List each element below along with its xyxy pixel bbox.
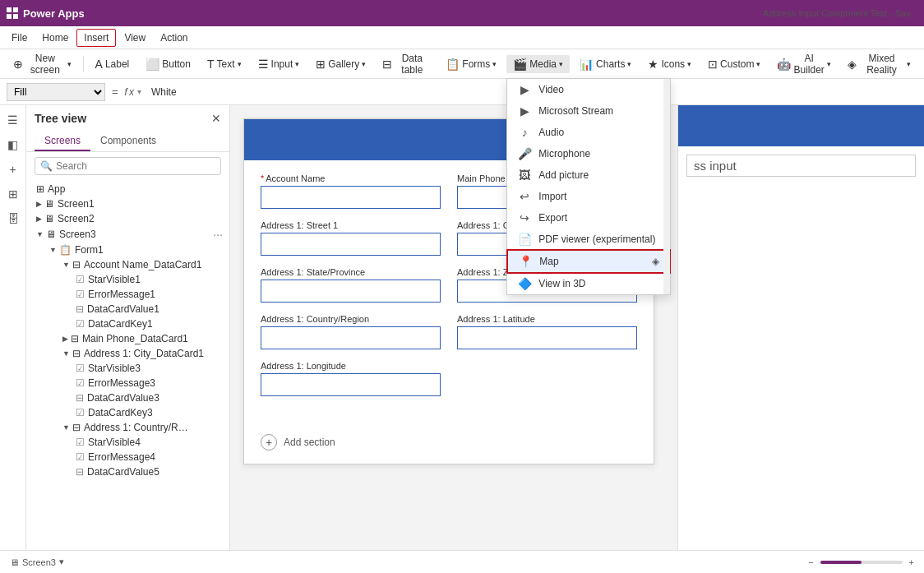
- tree-item-form1[interactable]: ▼ 📋 Form1: [26, 243, 229, 257]
- text-button[interactable]: T Text ▾: [201, 55, 248, 73]
- tree-item-address1city-datacard1[interactable]: ▼ ⊟ Address 1: City_DataCard1: [26, 346, 229, 361]
- zoom-minus-button[interactable]: −: [808, 557, 813, 567]
- form-field-street1: Address 1: Street 1: [261, 220, 441, 256]
- dropdown-video[interactable]: ▶ Video: [507, 79, 670, 100]
- logo-grid-icon: [7, 7, 18, 19]
- dropdown-view-3d[interactable]: 🔷 View in 3D: [507, 273, 670, 294]
- tree-item-address1country-datacard[interactable]: ▼ ⊟ Address 1: Country/Region_DataC...: [26, 420, 229, 435]
- tree-item-datacardvalue3[interactable]: ⊟ DataCardValue3: [26, 390, 229, 405]
- dropdown-export[interactable]: ↪ Export: [507, 207, 670, 229]
- street1-input[interactable]: [261, 233, 441, 256]
- dropdown-scrollbar[interactable]: [663, 79, 670, 294]
- add-section-button[interactable]: + Add section: [244, 421, 654, 464]
- form-field-latitude: Address 1: Latitude: [457, 314, 637, 349]
- form-field-placeholder: [457, 361, 637, 396]
- tree-item-datacardvalue1[interactable]: ⊟ DataCardValue1: [26, 302, 229, 317]
- forms-button[interactable]: 📋 Forms ▾: [439, 55, 503, 73]
- dropdown-pdf-viewer[interactable]: 📄 PDF viewer (experimental): [507, 229, 670, 250]
- panel-close-button[interactable]: ✕: [211, 112, 221, 125]
- tab-screens[interactable]: Screens: [35, 132, 90, 151]
- dropdown-ms-stream[interactable]: ▶ Microsoft Stream: [507, 100, 670, 122]
- accountname-datacard-label: Account Name_DataCard1: [84, 259, 201, 270]
- icons-icon: ★: [648, 58, 658, 71]
- menu-view[interactable]: View: [118, 30, 152, 46]
- forms-icon: 📋: [446, 58, 460, 71]
- media-button[interactable]: 🎬 Media ▾: [506, 55, 570, 73]
- datacardvalue3-label: DataCardValue3: [87, 392, 159, 404]
- tree-item-errormessage3[interactable]: ☑ ErrorMessage3: [26, 376, 229, 390]
- media-dropdown-container: 🎬 Media ▾ ▶ Video ▶ Microsoft Stream ♪ A…: [506, 55, 570, 73]
- errormessage1-label: ErrorMessage1: [88, 289, 155, 300]
- screen2-label: Screen2: [58, 213, 95, 224]
- tree-item-datacardkey3[interactable]: ☑ DataCardKey3: [26, 405, 229, 420]
- dropdown-audio[interactable]: ♪ Audio: [507, 122, 670, 143]
- datacardkey3-label: DataCardKey3: [88, 407, 153, 418]
- sidebar-menu-icon[interactable]: ☰: [2, 109, 25, 132]
- app-logo: Power Apps: [7, 7, 85, 20]
- state-input[interactable]: [261, 280, 441, 303]
- address1city-datacard-icon: ⊟: [72, 348, 81, 359]
- tree-item-app[interactable]: ⊞ App: [26, 182, 229, 196]
- sidebar-layers-icon[interactable]: ◧: [2, 133, 25, 156]
- longitude-input[interactable]: [261, 373, 441, 396]
- screen1-label: Screen1: [58, 198, 95, 210]
- zoom-plus-button[interactable]: +: [909, 557, 914, 567]
- latitude-input[interactable]: [457, 326, 637, 349]
- tree-item-datacardvalue5[interactable]: ⊟ DataCardValue5: [26, 464, 229, 479]
- label-icon: A: [95, 58, 103, 71]
- menu-action[interactable]: Action: [154, 30, 194, 46]
- gallery-chevron: ▾: [362, 60, 366, 68]
- tree-item-screen2[interactable]: ▶ 🖥 Screen2: [26, 211, 229, 226]
- zoom-bar[interactable]: [820, 561, 903, 564]
- charts-button[interactable]: 📊 Charts ▾: [573, 55, 638, 73]
- tree-item-mainphone-datacard1[interactable]: ▶ ⊟ Main Phone_DataCard1: [26, 331, 229, 346]
- sidebar-data-icon[interactable]: 🗄: [2, 207, 25, 230]
- bottom-bar: 🖥 Screen3 ▾ − +: [0, 550, 924, 573]
- country-input[interactable]: [261, 326, 441, 349]
- custom-button[interactable]: ⊡ Custom ▾: [701, 55, 767, 73]
- sidebar-components-icon[interactable]: ⊞: [2, 183, 25, 206]
- tree-item-errormessage4[interactable]: ☑ ErrorMessage4: [26, 450, 229, 464]
- menu-file[interactable]: File: [5, 30, 34, 46]
- button-button[interactable]: ⬜ Button: [139, 55, 197, 73]
- screen-dropdown-icon[interactable]: ▾: [59, 557, 64, 567]
- form-row-3: Address 1: Country/Region Address 1: Lat…: [261, 314, 637, 349]
- mixed-reality-button[interactable]: ◈ Mixed Reality ▾: [841, 50, 917, 78]
- dropdown-microphone[interactable]: 🎤 Microphone: [507, 143, 670, 164]
- icons-button[interactable]: ★ Icons ▾: [641, 55, 698, 73]
- ai-builder-button[interactable]: 🤖 AI Builder ▾: [770, 50, 838, 78]
- search-input[interactable]: [56, 160, 215, 172]
- property-select[interactable]: Fill: [7, 83, 105, 101]
- add-section-icon: +: [261, 434, 277, 451]
- custom-chevron: ▾: [756, 60, 760, 68]
- tree-item-accountname-datacard1[interactable]: ▼ ⊟ Account Name_DataCard1: [26, 257, 229, 272]
- input-button[interactable]: ☰ Input ▾: [252, 55, 307, 73]
- menu-insert[interactable]: Insert: [76, 29, 116, 47]
- form1-chevron: ▼: [49, 246, 57, 254]
- tree-item-screen1[interactable]: ▶ 🖥 Screen1: [26, 196, 229, 211]
- tree-item-starvisible4[interactable]: ☑ StarVisible4: [26, 435, 229, 450]
- dropdown-add-picture[interactable]: 🖼 Add picture: [507, 164, 670, 186]
- screen3-context-menu[interactable]: ···: [213, 228, 223, 241]
- input-chevron: ▾: [295, 60, 299, 68]
- mainphone-datacard-label: Main Phone_DataCard1: [82, 333, 188, 344]
- dropdown-map[interactable]: 📍 Map ◈: [507, 250, 670, 273]
- new-screen-button[interactable]: ⊕ New screen ▾: [7, 50, 78, 78]
- tree-item-starvisible1[interactable]: ☑ StarVisible1: [26, 272, 229, 287]
- tree-item-errormessage1[interactable]: ☑ ErrorMessage1: [26, 287, 229, 302]
- gallery-button[interactable]: ⊞ Gallery ▾: [309, 55, 372, 73]
- screen3-chevron: ▼: [36, 230, 44, 238]
- account-name-input[interactable]: [261, 186, 441, 209]
- dropdown-import[interactable]: ↩ Import: [507, 186, 670, 207]
- tree-item-screen3[interactable]: ▼ 🖥 Screen3 ···: [26, 226, 229, 243]
- tree-item-starvisible3[interactable]: ☑ StarVisible3: [26, 361, 229, 376]
- microphone-label: Microphone: [538, 148, 590, 159]
- tree-item-datacardkey1[interactable]: ☑ DataCardKey1: [26, 317, 229, 331]
- label-button[interactable]: A Label: [89, 55, 136, 73]
- data-table-button[interactable]: ⊟ Data table: [376, 50, 436, 78]
- screen1-chevron: ▶: [36, 200, 42, 208]
- sidebar-add-icon[interactable]: +: [2, 158, 25, 181]
- tab-components[interactable]: Components: [90, 132, 166, 151]
- datacardvalue5-label: DataCardValue5: [87, 466, 159, 478]
- menu-home[interactable]: Home: [35, 30, 75, 46]
